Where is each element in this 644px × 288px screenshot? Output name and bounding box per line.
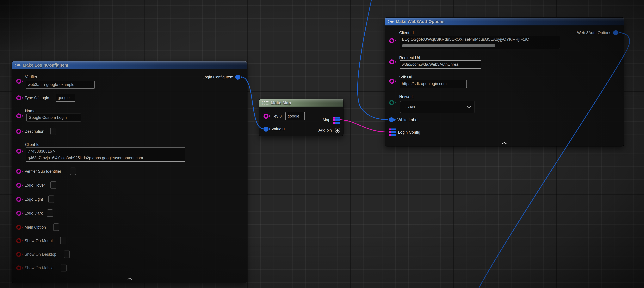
login-config-item-output-label: Login Config Item xyxy=(202,75,234,79)
collapse-node-chevron-icon[interactable] xyxy=(502,142,507,144)
make-struct-icon: ↘↗ xyxy=(388,20,394,24)
value0-pin[interactable] xyxy=(264,127,270,132)
login-config-item-output-pin[interactable] xyxy=(235,75,242,80)
name-pin[interactable] xyxy=(16,113,23,118)
sdk-url-input[interactable]: https://sdk.openlogin.com xyxy=(400,80,467,88)
show-on-modal-checkbox[interactable] xyxy=(60,237,66,244)
client-id-label: Client Id xyxy=(25,143,40,147)
make-map-icon: ↘↗ xyxy=(262,101,268,105)
client-id-input[interactable]: 774338308167- q463s7kpvja16l4l0kko3nb925… xyxy=(26,147,186,162)
verifier-input[interactable]: web3auth-google-example xyxy=(26,81,95,89)
main-option-pin[interactable] xyxy=(16,225,23,230)
login-config-label: Login Config xyxy=(398,130,420,134)
web3auth-options-output-label: Web 3Auth Options xyxy=(577,31,611,35)
logo-hover-label: Logo Hover xyxy=(24,183,45,187)
network-label: Network xyxy=(399,95,414,99)
show-on-desktop-checkbox[interactable] xyxy=(64,250,70,258)
type-of-login-pin[interactable] xyxy=(16,95,23,100)
show-on-mobile-label: Show On Mobile xyxy=(24,266,54,270)
node-header-make-map[interactable]: ↘↗ Make Map xyxy=(259,99,343,107)
node-header-make-web3authoptions[interactable]: ↘↗ Make Web3AuthOptions xyxy=(385,18,624,26)
collapse-node-chevron-icon[interactable] xyxy=(127,277,132,280)
logo-light-checkbox[interactable] xyxy=(48,195,54,203)
client-id-pin[interactable] xyxy=(389,38,396,43)
chevron-down-icon xyxy=(467,106,471,108)
blueprint-canvas[interactable]: ↘↗ Make LoginConfigItem Verifier web3aut… xyxy=(0,0,644,288)
login-config-pin[interactable] xyxy=(389,129,396,136)
node-make-web3authoptions[interactable]: ↘↗ Make Web3AuthOptions Client Id BEglQS… xyxy=(384,17,624,146)
type-of-login-label: Type Of Login xyxy=(24,96,49,100)
name-input[interactable]: Google Custom Login xyxy=(26,114,81,121)
map-output-pin[interactable] xyxy=(333,117,340,124)
verifier-pin[interactable] xyxy=(16,79,23,84)
node-make-map[interactable]: ↘↗ Make Map Key 0 google Map Value 0 Add… xyxy=(259,99,344,136)
make-struct-icon: ↘↗ xyxy=(14,63,20,67)
node-title: Make LoginConfigItem xyxy=(23,63,68,68)
key0-input[interactable]: google xyxy=(286,112,305,120)
show-on-desktop-label: Show On Desktop xyxy=(24,252,56,256)
sdk-url-label: Sdk Url xyxy=(399,75,412,79)
client-id-line1: 774338308167- xyxy=(28,148,183,155)
description-label: Description xyxy=(24,129,44,133)
show-on-desktop-pin[interactable] xyxy=(16,252,23,257)
redirect-url-pin[interactable] xyxy=(389,59,396,64)
node-make-loginconfigitem[interactable]: ↘↗ Make LoginConfigItem Verifier web3aut… xyxy=(12,61,247,283)
client-id-label: Client Id xyxy=(399,31,414,35)
main-option-checkbox[interactable] xyxy=(53,223,59,231)
description-pin[interactable] xyxy=(16,129,23,134)
logo-light-label: Logo Light xyxy=(24,197,43,201)
network-selected-value: CYAN xyxy=(404,105,415,109)
main-option-label: Main Option xyxy=(24,225,46,229)
type-of-login-input[interactable]: google xyxy=(56,94,75,102)
show-on-modal-pin[interactable] xyxy=(16,238,23,243)
client-id-line2: q463s7kpvja16l4l0kko3nb925ikds2p.apps.go… xyxy=(28,155,183,161)
logo-light-pin[interactable] xyxy=(16,197,23,202)
logo-dark-checkbox[interactable] xyxy=(47,209,53,217)
key0-pin[interactable] xyxy=(264,114,270,119)
node-title: Make Map xyxy=(271,101,291,105)
node-header-make-loginconfigitem[interactable]: ↘↗ Make LoginConfigItem xyxy=(12,61,247,69)
show-on-mobile-checkbox[interactable] xyxy=(61,264,66,271)
show-on-mobile-pin[interactable] xyxy=(16,265,23,270)
client-id-pin[interactable] xyxy=(16,149,23,154)
network-dropdown[interactable]: CYAN xyxy=(400,101,475,113)
network-pin[interactable] xyxy=(389,100,396,105)
redirect-url-label: Redirect Url xyxy=(399,56,420,60)
redirect-url-input[interactable]: w3a://com.w3a.Web3AuthUnreal xyxy=(400,60,481,69)
white-label-label: White Label xyxy=(398,118,418,122)
name-label: Name xyxy=(25,109,36,113)
verifier-sub-identifier-pin[interactable] xyxy=(16,169,23,174)
add-pin-icon[interactable] xyxy=(334,127,340,133)
map-output-label: Map xyxy=(322,118,330,122)
logo-hover-pin[interactable] xyxy=(16,183,23,188)
show-on-modal-label: Show On Modal xyxy=(24,239,53,243)
verifier-label: Verifier xyxy=(25,75,37,79)
add-pin-label: Add pin xyxy=(318,128,332,132)
verifier-sub-identifier-checkbox[interactable] xyxy=(70,168,76,175)
logo-dark-label: Logo Dark xyxy=(24,211,43,215)
logo-dark-pin[interactable] xyxy=(16,211,23,216)
value0-label: Value 0 xyxy=(272,127,285,131)
white-label-pin[interactable] xyxy=(389,117,396,122)
verifier-sub-identifier-label: Verifier Sub Identifier xyxy=(24,169,61,173)
logo-hover-checkbox[interactable] xyxy=(50,181,56,189)
key0-label: Key 0 xyxy=(272,114,282,118)
node-title: Make Web3AuthOptions xyxy=(396,19,444,24)
client-id-scrollbar[interactable] xyxy=(402,44,496,47)
sdk-url-pin[interactable] xyxy=(389,79,396,84)
description-checkbox[interactable] xyxy=(50,128,56,135)
